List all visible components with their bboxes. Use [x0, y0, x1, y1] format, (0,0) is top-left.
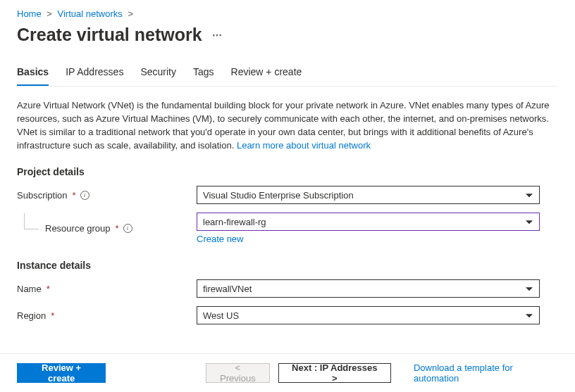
required-icon: *: [47, 284, 50, 294]
tab-ip-addresses[interactable]: IP Addresses: [66, 66, 123, 86]
tab-basics[interactable]: Basics: [17, 66, 49, 86]
learn-more-link[interactable]: Learn more about virtual network: [237, 140, 371, 151]
required-icon: *: [116, 223, 119, 234]
breadcrumb-virtual-networks[interactable]: Virtual networks: [58, 8, 123, 19]
label-region: Region*: [17, 310, 197, 321]
name-field[interactable]: firewallVNet: [197, 279, 540, 298]
chevron-right-icon: >: [47, 8, 52, 19]
label-resource-group: Resource group* i: [17, 223, 197, 234]
resource-group-select[interactable]: learn-firewall-rg: [197, 213, 540, 231]
download-template-link[interactable]: Download a template for automation: [414, 362, 558, 384]
info-icon[interactable]: i: [123, 224, 132, 233]
section-instance-details: Instance details: [17, 260, 558, 271]
region-select[interactable]: West US: [197, 306, 540, 324]
page-title: Create virtual network ⋯: [17, 25, 558, 45]
label-resource-group-text: Resource group: [45, 223, 111, 234]
label-region-text: Region: [17, 310, 46, 321]
breadcrumb: Home > Virtual networks >: [17, 8, 558, 19]
required-icon: *: [73, 190, 76, 201]
info-icon[interactable]: i: [80, 191, 89, 200]
previous-button: < Previous: [206, 363, 270, 383]
tab-review-create[interactable]: Review + create: [231, 66, 302, 86]
page-title-text: Create virtual network: [17, 25, 202, 45]
label-subscription-text: Subscription: [17, 190, 68, 201]
section-project-details: Project details: [17, 166, 558, 177]
tab-security[interactable]: Security: [140, 66, 176, 86]
required-icon: *: [51, 310, 54, 321]
footer-bar: Review + create < Previous Next : IP Add…: [0, 353, 575, 392]
more-icon[interactable]: ⋯: [212, 30, 223, 40]
name-value: firewallVNet: [203, 284, 252, 294]
chevron-right-icon: >: [128, 8, 133, 19]
tab-bar: Basics IP Addresses Security Tags Review…: [17, 66, 558, 87]
label-name-text: Name: [17, 284, 42, 294]
label-name: Name*: [17, 284, 197, 294]
subscription-select[interactable]: Visual Studio Enterprise Subscription: [197, 186, 540, 204]
next-button[interactable]: Next : IP Addresses >: [278, 363, 391, 383]
breadcrumb-home[interactable]: Home: [17, 8, 42, 19]
region-value: West US: [203, 310, 239, 321]
create-new-link[interactable]: Create new: [197, 234, 243, 244]
review-create-button[interactable]: Review + create: [17, 363, 106, 383]
resource-group-value: learn-firewall-rg: [203, 217, 266, 227]
intro-paragraph: Azure Virtual Network (VNet) is the fund…: [17, 99, 552, 152]
subscription-value: Visual Studio Enterprise Subscription: [203, 190, 354, 201]
label-subscription: Subscription* i: [17, 190, 197, 201]
tab-tags[interactable]: Tags: [193, 66, 214, 86]
